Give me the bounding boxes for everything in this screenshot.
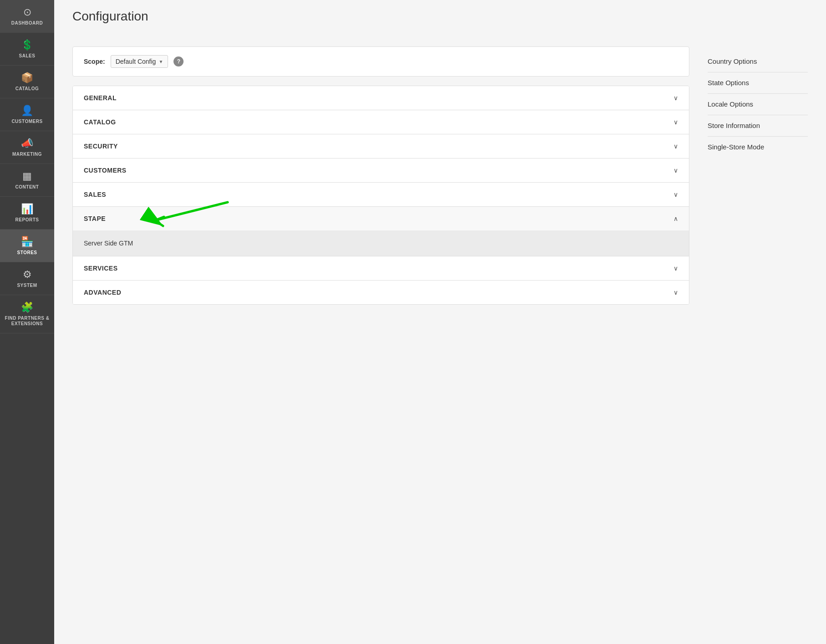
accordion-title-services: SERVICES — [84, 265, 118, 272]
accordion-section-services: SERVICES∨ — [73, 256, 689, 281]
content-area: Scope: Default Config ▼ ? GENERAL∨CATALO… — [54, 33, 826, 644]
accordion-header-advanced[interactable]: ADVANCED∨ — [73, 281, 689, 304]
partners-icon: 🧩 — [21, 302, 33, 313]
accordion-title-stape: STAPE — [84, 215, 106, 222]
right-nav-single-store-mode[interactable]: Single-Store Mode — [708, 137, 808, 158]
accordion-header-catalog[interactable]: CATALOG∨ — [73, 110, 689, 134]
accordion-section-customers: CUSTOMERS∨ — [73, 158, 689, 183]
accordion-title-advanced: ADVANCED — [84, 289, 121, 296]
accordion-header-general[interactable]: GENERAL∨ — [73, 86, 689, 110]
scope-bar: Scope: Default Config ▼ ? — [72, 46, 689, 77]
scope-label: Scope: — [84, 58, 105, 65]
right-nav-state-options[interactable]: State Options — [708, 72, 808, 94]
sidebar-item-customers[interactable]: 👤CUSTOMERS — [0, 98, 54, 131]
accordion-header-customers[interactable]: CUSTOMERS∨ — [73, 158, 689, 182]
right-nav-link-locale-options[interactable]: Locale Options — [708, 100, 753, 108]
sidebar-item-system[interactable]: ⚙SYSTEM — [0, 262, 54, 295]
right-panel: Country OptionsState OptionsLocale Optio… — [708, 46, 808, 630]
accordion-header-stape[interactable]: STAPE∧ — [73, 207, 689, 230]
accordion-body-stape: Server Side GTM — [73, 230, 689, 256]
help-icon[interactable]: ? — [173, 56, 184, 66]
chevron-icon-catalog: ∨ — [673, 118, 678, 126]
sidebar-item-stores[interactable]: 🏪STORES — [0, 230, 54, 262]
right-nav-link-state-options[interactable]: State Options — [708, 79, 749, 87]
accordion-list: GENERAL∨CATALOG∨SECURITY∨CUSTOMERS∨SALES… — [72, 86, 689, 305]
chevron-icon-customers: ∨ — [673, 167, 678, 174]
accordion-title-catalog: CATALOG — [84, 118, 116, 126]
right-nav-link-store-information[interactable]: Store Information — [708, 122, 760, 129]
sidebar-label-content: CONTENT — [15, 184, 39, 190]
accordion-section-advanced: ADVANCED∨ — [73, 281, 689, 304]
accordion-section-catalog: CATALOG∨ — [73, 110, 689, 134]
accordion-section-general: GENERAL∨ — [73, 86, 689, 110]
sidebar-label-stores: STORES — [17, 250, 37, 256]
system-icon: ⚙ — [23, 269, 32, 281]
scope-value: Default Config — [116, 58, 156, 65]
catalog-icon: 📦 — [21, 72, 33, 84]
accordion-header-sales[interactable]: SALES∨ — [73, 183, 689, 206]
right-nav-link-country-options[interactable]: Country Options — [708, 57, 757, 65]
sidebar-item-sales[interactable]: 💲SALES — [0, 33, 54, 66]
marketing-icon: 📣 — [21, 138, 33, 149]
accordion-section-stape: STAPE∧Server Side GTM — [73, 207, 689, 256]
page-title: Configuration — [72, 9, 808, 24]
page-header: Configuration — [54, 0, 826, 33]
sales-icon: 💲 — [21, 39, 33, 51]
sidebar-label-catalog: CATALOG — [15, 86, 39, 92]
content-icon: ▦ — [22, 170, 32, 182]
sidebar-item-marketing[interactable]: 📣MARKETING — [0, 131, 54, 164]
right-nav-store-information[interactable]: Store Information — [708, 115, 808, 137]
sidebar-item-partners[interactable]: 🧩FIND PARTNERS & EXTENSIONS — [0, 295, 54, 333]
accordion-section-security: SECURITY∨ — [73, 134, 689, 158]
accordion-title-sales: SALES — [84, 191, 106, 198]
accordion-title-general: GENERAL — [84, 94, 117, 102]
accordion-header-security[interactable]: SECURITY∨ — [73, 134, 689, 158]
chevron-icon-sales: ∨ — [673, 191, 678, 198]
chevron-icon-services: ∨ — [673, 265, 678, 272]
customers-icon: 👤 — [21, 105, 33, 117]
left-panel: Scope: Default Config ▼ ? GENERAL∨CATALO… — [72, 46, 689, 630]
sidebar-label-dashboard: DASHBOARD — [11, 20, 43, 26]
sidebar-label-system: SYSTEM — [17, 283, 37, 288]
sidebar: ⊙DASHBOARD💲SALES📦CATALOG👤CUSTOMERS📣MARKE… — [0, 0, 54, 644]
sidebar-item-dashboard[interactable]: ⊙DASHBOARD — [0, 0, 54, 33]
right-nav-link-single-store-mode[interactable]: Single-Store Mode — [708, 143, 764, 151]
chevron-icon-advanced: ∨ — [673, 289, 678, 296]
sidebar-label-customers: CUSTOMERS — [11, 119, 42, 124]
reports-icon: 📊 — [21, 203, 33, 215]
chevron-icon-security: ∨ — [673, 143, 678, 150]
accordion-header-services[interactable]: SERVICES∨ — [73, 256, 689, 280]
stape-item-label: Server Side GTM — [84, 240, 133, 247]
chevron-icon-stape: ∧ — [673, 215, 678, 222]
main-content: Configuration Scope: Default Config ▼ ? … — [54, 0, 826, 644]
chevron-down-icon: ▼ — [158, 59, 163, 64]
stores-icon: 🏪 — [21, 236, 33, 248]
sidebar-item-content[interactable]: ▦CONTENT — [0, 164, 54, 197]
scope-dropdown[interactable]: Default Config ▼ — [111, 55, 168, 68]
chevron-icon-general: ∨ — [673, 94, 678, 102]
sidebar-label-marketing: MARKETING — [12, 152, 42, 157]
sidebar-label-reports: REPORTS — [15, 217, 39, 223]
right-nav-country-options[interactable]: Country Options — [708, 51, 808, 72]
sidebar-label-partners: FIND PARTNERS & EXTENSIONS — [4, 316, 51, 327]
right-nav-locale-options[interactable]: Locale Options — [708, 94, 808, 115]
sidebar-item-reports[interactable]: 📊REPORTS — [0, 197, 54, 230]
sidebar-item-catalog[interactable]: 📦CATALOG — [0, 66, 54, 98]
accordion-title-security: SECURITY — [84, 143, 118, 150]
dashboard-icon: ⊙ — [23, 6, 31, 18]
sidebar-label-sales: SALES — [19, 53, 36, 59]
accordion-body-item-stape: Server Side GTM — [73, 230, 689, 256]
accordion-section-sales: SALES∨ — [73, 183, 689, 207]
accordion-title-customers: CUSTOMERS — [84, 167, 127, 174]
